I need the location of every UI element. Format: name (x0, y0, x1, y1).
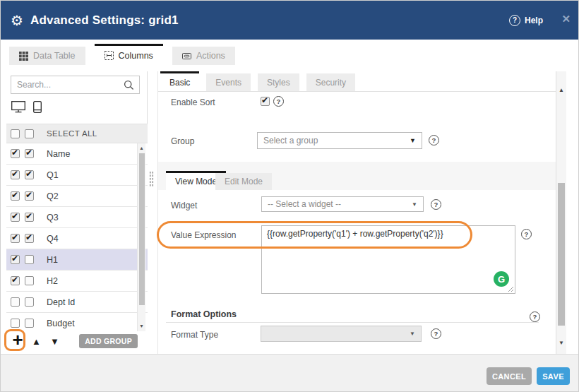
group-help-icon[interactable] (429, 135, 439, 145)
column-row-h1[interactable]: H1 (6, 249, 148, 271)
column-label: H1 (47, 255, 58, 265)
close-icon[interactable] (561, 13, 571, 25)
widget-select-value: -- Select a widget -- (262, 199, 412, 209)
web-checkbox[interactable] (11, 234, 20, 243)
mobile-checkbox[interactable] (25, 191, 34, 201)
tab-security[interactable]: Security (306, 73, 355, 91)
move-down-icon[interactable] (50, 336, 59, 347)
web-checkbox[interactable] (11, 213, 20, 222)
web-checkbox[interactable] (11, 149, 20, 158)
scroll-up-icon[interactable] (138, 145, 145, 152)
column-row-q4[interactable]: Q4 (6, 228, 148, 249)
tab-label: Actions (196, 51, 225, 61)
group-select[interactable]: Select a group (257, 132, 422, 149)
search-icon[interactable] (124, 80, 134, 90)
help-button[interactable]: Help (509, 1, 543, 40)
column-row-q1[interactable]: Q1 (6, 165, 148, 186)
column-label: Name (47, 149, 70, 159)
table-grid-icon (19, 52, 28, 61)
columns-icon (105, 51, 114, 60)
format-type-select[interactable] (261, 326, 422, 342)
cancel-button[interactable]: CANCEL (487, 367, 532, 385)
tab-basic[interactable]: Basic (160, 71, 199, 91)
widget-select[interactable]: -- Select a widget -- (261, 196, 424, 212)
enable-sort-checkbox[interactable] (261, 97, 270, 106)
column-settings-panel: Basic Events Styles Security Enable Sort… (157, 71, 556, 354)
sidebar-scroll-thumb[interactable] (139, 153, 145, 305)
column-label: Q3 (47, 213, 59, 222)
save-button[interactable]: SAVE (537, 367, 570, 385)
tab-data-table[interactable]: Data Table (9, 47, 85, 65)
mobile-checkbox[interactable] (25, 255, 34, 264)
grammarly-icon[interactable] (494, 271, 509, 287)
desktop-icon[interactable] (11, 101, 25, 113)
mobile-checkbox[interactable] (25, 170, 34, 179)
column-label: Dept Id (47, 297, 75, 307)
dialog-footer: CANCEL SAVE (1, 354, 579, 392)
value-expression-field: {{row.getProperty('q1') + row.getPropert… (261, 225, 515, 294)
select-all-row[interactable]: SELECT ALL (6, 124, 148, 143)
scroll-down-icon[interactable] (138, 323, 145, 330)
select-all-mobile-checkbox[interactable] (25, 129, 34, 138)
column-row-h2[interactable]: H2 (6, 271, 148, 292)
format-options-header: Format Options (171, 309, 237, 319)
web-checkbox[interactable] (11, 297, 20, 307)
format-options-help-icon[interactable] (530, 311, 540, 322)
search-box (11, 76, 140, 94)
mobile-checkbox[interactable] (25, 297, 34, 307)
pane-resize-handle[interactable] (149, 171, 154, 186)
mobile-checkbox[interactable] (25, 234, 34, 243)
tab-label: View Mode (175, 177, 217, 186)
column-row-name[interactable]: Name (6, 143, 148, 165)
widget-help-icon[interactable] (431, 199, 441, 210)
group-label: Group (171, 136, 194, 146)
panel-scroll-thumb[interactable] (558, 183, 565, 326)
column-label: Q2 (47, 191, 59, 201)
mobile-checkbox[interactable] (25, 319, 34, 328)
tab-styles[interactable]: Styles (258, 73, 299, 91)
chevron-down-icon (412, 201, 417, 208)
move-up-icon[interactable] (32, 336, 41, 347)
value-expression-input[interactable]: {{row.getProperty('q1') + row.getPropert… (262, 226, 515, 293)
search-input[interactable] (11, 80, 124, 90)
add-group-button[interactable]: ADD GROUP (79, 334, 138, 348)
advanced-settings-dialog: Advanced Settings: grid1 Help Data Table… (0, 0, 579, 392)
add-column-button[interactable] (8, 331, 27, 350)
tab-edit-mode[interactable]: Edit Mode (215, 173, 272, 190)
sidebar-scrollbar[interactable] (137, 143, 145, 331)
select-all-web-checkbox[interactable] (11, 129, 20, 138)
main-tabbar: Data Table Columns Actions (9, 44, 235, 65)
web-checkbox[interactable] (11, 170, 20, 179)
chevron-down-icon (410, 331, 415, 337)
value-expression-help-icon[interactable] (521, 229, 532, 239)
value-expression-label: Value Expression (171, 230, 237, 240)
web-checkbox[interactable] (11, 191, 20, 201)
panel-scrollbar[interactable] (556, 71, 566, 354)
mobile-checkbox[interactable] (25, 149, 34, 158)
mobile-checkbox[interactable] (25, 276, 34, 285)
tab-label: Edit Mode (225, 177, 263, 186)
web-checkbox[interactable] (11, 255, 20, 264)
column-label: H2 (47, 276, 58, 286)
tabbar-divider (158, 91, 556, 92)
device-filter-row (11, 101, 42, 113)
web-checkbox[interactable] (11, 319, 20, 328)
format-type-help-icon[interactable] (431, 328, 441, 339)
scroll-up-icon[interactable] (556, 87, 566, 94)
mobile-icon[interactable] (33, 101, 42, 113)
column-row-q3[interactable]: Q3 (6, 207, 148, 228)
settings-tabbar: Basic Events Styles Security (160, 71, 355, 91)
column-row-budget[interactable]: Budget (6, 313, 148, 331)
mobile-checkbox[interactable] (25, 213, 34, 222)
web-checkbox[interactable] (11, 276, 20, 285)
tab-events[interactable]: Events (206, 73, 251, 91)
tab-columns[interactable]: Columns (95, 44, 163, 65)
tab-actions[interactable]: Actions (172, 47, 235, 65)
scroll-down-icon[interactable] (556, 340, 566, 347)
enable-sort-help-icon[interactable] (273, 96, 284, 107)
column-row-q2[interactable]: Q2 (6, 186, 148, 207)
column-row-dept-id[interactable]: Dept Id (6, 292, 148, 313)
resize-handle-icon[interactable] (508, 286, 514, 292)
tab-label: Styles (267, 78, 290, 88)
help-label: Help (525, 16, 543, 25)
